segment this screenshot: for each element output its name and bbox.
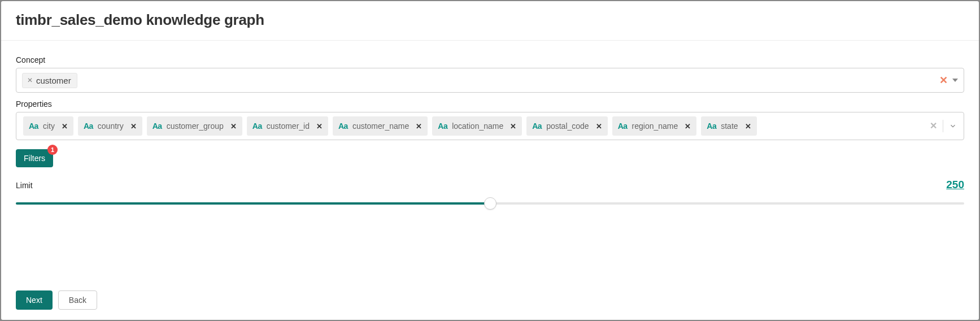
limit-value[interactable]: 250 [946,179,964,191]
concept-select-controls: ✕ [939,75,960,85]
remove-property-icon[interactable]: ✕ [416,122,422,131]
filters-button[interactable]: Filters 1 [16,149,53,167]
chevron-down-icon[interactable] [949,122,957,130]
property-tag-label: customer_group [167,122,224,131]
dialog-content: Concept ✕ customer ✕ Properties Aacity✕A… [1,41,979,320]
remove-property-icon[interactable]: ✕ [316,122,323,131]
concept-tag: ✕ customer [22,73,77,88]
text-type-icon: Aa [84,122,93,131]
page-title: timbr_sales_demo knowledge graph [16,11,964,29]
remove-property-icon[interactable]: ✕ [685,122,691,131]
text-type-icon: Aa [707,122,716,131]
property-tag-label: country [98,122,124,131]
property-tag: Aacustomer_id✕ [247,116,328,136]
remove-property-icon[interactable]: ✕ [230,122,237,131]
clear-icon[interactable]: ✕ [939,75,948,85]
remove-property-icon[interactable]: ✕ [596,122,602,131]
text-type-icon: Aa [153,122,162,131]
property-tag: Aacustomer_group✕ [147,116,242,136]
remove-property-icon[interactable]: ✕ [130,122,137,131]
property-tag-label: postal_code [546,122,589,131]
property-tag-label: customer_id [267,122,310,131]
caret-down-icon[interactable] [952,79,958,82]
text-type-icon: Aa [338,122,348,131]
slider-thumb[interactable] [484,197,496,210]
properties-select-controls: ✕ [925,120,959,132]
dialog-header: timbr_sales_demo knowledge graph [1,1,979,41]
remove-property-icon[interactable]: ✕ [62,122,68,131]
remove-concept-icon[interactable]: ✕ [27,76,33,84]
dialog-window: timbr_sales_demo knowledge graph Concept… [1,1,979,320]
property-tag: Aacountry✕ [78,116,142,136]
clear-icon[interactable]: ✕ [930,122,937,131]
limit-label: Limit [16,181,33,190]
text-type-icon: Aa [29,122,38,131]
back-button[interactable]: Back [58,290,97,310]
dialog-footer: Next Back [16,262,964,310]
remove-property-icon[interactable]: ✕ [510,122,516,131]
property-tag: Aastate✕ [701,116,756,136]
properties-select[interactable]: Aacity✕Aacountry✕Aacustomer_group✕Aacust… [16,112,964,140]
filters-button-label: Filters [24,154,45,163]
property-tag: Aapostal_code✕ [526,116,607,136]
property-tag-label: customer_name [352,122,409,131]
filters-row: Filters 1 [16,149,964,167]
text-type-icon: Aa [438,122,447,131]
concept-tag-label: customer [36,76,71,85]
remove-property-icon[interactable]: ✕ [745,122,751,131]
property-tag-label: location_name [452,122,503,131]
property-tag: Aacity✕ [23,116,73,136]
property-tag-label: city [43,122,55,131]
text-type-icon: Aa [252,122,262,131]
limit-row: Limit 250 [16,179,964,191]
property-tag: Aalocation_name✕ [432,116,522,136]
text-type-icon: Aa [532,122,542,131]
separator [943,120,943,132]
properties-tags: Aacity✕Aacountry✕Aacustomer_group✕Aacust… [21,116,921,136]
property-tag-label: state [721,122,738,131]
limit-slider[interactable] [16,197,964,210]
properties-label: Properties [16,99,964,109]
property-tag-label: region_name [632,122,678,131]
slider-fill [16,202,490,205]
next-button[interactable]: Next [16,290,53,310]
filters-badge: 1 [47,145,58,155]
property-tag: Aaregion_name✕ [612,116,697,136]
property-tag: Aacustomer_name✕ [333,116,428,136]
text-type-icon: Aa [618,122,628,131]
concept-select[interactable]: ✕ customer ✕ [16,68,964,93]
concept-label: Concept [16,55,964,64]
